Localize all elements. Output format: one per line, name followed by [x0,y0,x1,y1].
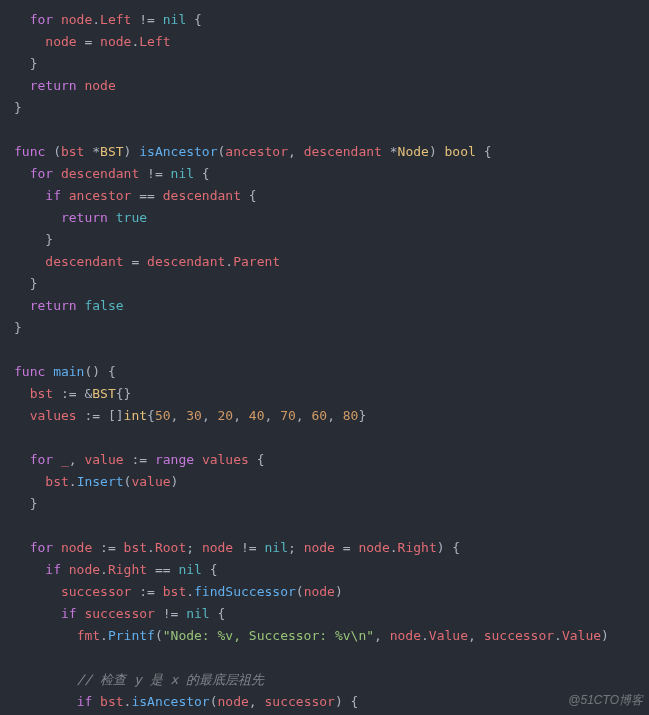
code-token [53,452,61,467]
code-token: . [225,254,233,269]
code-token: bst [30,386,53,401]
code-token: , [288,144,304,159]
code-token: isAncestor [139,144,217,159]
code-token: . [92,12,100,27]
code-token: isAncestor [131,694,209,709]
code-token: 50 [155,408,171,423]
code-token: != [139,12,155,27]
code-token [14,12,30,27]
code-token [14,34,45,49]
code-token: bst [163,584,186,599]
code-token: } [14,276,37,291]
code-token: * [92,144,100,159]
code-token: Node [398,144,429,159]
code-token: values [30,408,77,423]
code-token: nil [163,12,186,27]
code-token [163,166,171,181]
code-token: , [327,408,343,423]
code-token: . [390,540,398,555]
code-token: { [249,452,265,467]
code-token: true [116,210,147,225]
code-token: } [14,232,53,247]
code-token: Value [562,628,601,643]
code-token [14,298,30,313]
code-token [53,12,61,27]
code-token: successor [84,606,154,621]
code-token: . [421,628,429,643]
code-token: values [202,452,249,467]
code-token: = [343,540,351,555]
code-token: { [241,188,257,203]
code-token: if [45,562,61,577]
code-token: , [265,408,281,423]
code-token [335,540,343,555]
code-token: := [84,408,100,423]
code-token: // 检查 y 是 x 的最底层祖先 [77,672,264,687]
code-token: nil [265,540,288,555]
code-token: ( [210,694,218,709]
code-token: Root [155,540,186,555]
code-token: Value [429,628,468,643]
code-token: != [163,606,179,621]
code-token: false [84,298,123,313]
code-token: } [14,496,37,511]
code-token: Left [139,34,170,49]
code-token: . [147,540,155,555]
code-token: nil [178,562,201,577]
code-token: ) { [437,540,460,555]
code-token: 20 [218,408,234,423]
code-token [53,386,61,401]
code-token: {} [116,386,132,401]
code-token: ( [296,584,304,599]
code-token: BST [92,386,115,401]
code-token: fmt [77,628,100,643]
watermark: @51CTO博客 [568,690,643,711]
code-token: { [202,562,218,577]
code-token [14,386,30,401]
code-token: 80 [343,408,359,423]
code-token [382,144,390,159]
code-token: node [202,540,233,555]
code-token: func [14,364,45,379]
code-token: node [100,34,131,49]
code-token: return [30,78,77,93]
code-token [14,166,30,181]
code-token: . [100,562,108,577]
code-token: _ [61,452,69,467]
code-token: [] [100,408,123,423]
code-token: successor [484,628,554,643]
code-token: node [61,12,92,27]
code-token: ancestor [225,144,288,159]
code-token [155,12,163,27]
code-token: node [218,694,249,709]
code-token: . [69,474,77,489]
code-token: ) [429,144,445,159]
code-token: main [53,364,84,379]
code-token: bst [100,694,123,709]
code-token: node [61,540,92,555]
code-token [155,584,163,599]
code-token: 70 [280,408,296,423]
code-token: != [147,166,163,181]
code-token [14,562,45,577]
code-token: := [139,584,155,599]
code-token: 60 [311,408,327,423]
code-token: if [45,188,61,203]
code-token: descendant [45,254,123,269]
code-token: ) [335,584,343,599]
code-token [233,540,241,555]
code-editor[interactable]: for node.Left != nil { node = node.Left … [0,0,649,715]
code-token: { [210,606,226,621]
code-token: == [155,562,171,577]
code-token: if [77,694,93,709]
code-token: } [14,56,37,71]
code-token [108,210,116,225]
code-token: Left [100,12,131,27]
code-token: { [186,12,202,27]
code-token: range [155,452,194,467]
code-token: * [390,144,398,159]
code-token [116,540,124,555]
code-token: for [30,452,53,467]
code-token: value [131,474,170,489]
code-token: func [14,144,45,159]
